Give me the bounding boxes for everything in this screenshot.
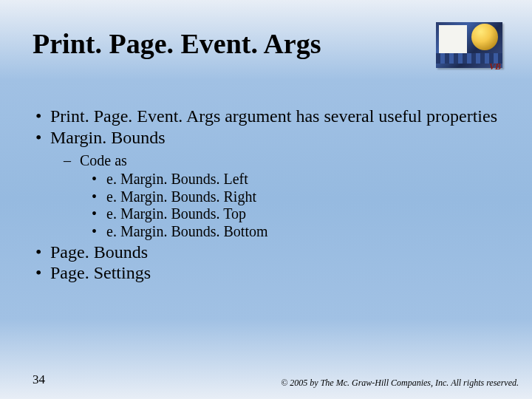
globe-icon bbox=[471, 24, 498, 50]
bullet-item: Page. Bounds bbox=[49, 242, 502, 262]
decorative-globe-art: VB bbox=[436, 22, 502, 68]
sub-sub-item: e. Margin. Bounds. Top bbox=[102, 205, 502, 223]
bullet-item: Margin. Bounds Code as e. Margin. Bounds… bbox=[49, 128, 502, 241]
sub-sub-item: e. Margin. Bounds. Left bbox=[102, 171, 502, 188]
bullet-item: Page. Settings bbox=[49, 263, 502, 283]
sub-sub-item: e. Margin. Bounds. Bottom bbox=[102, 223, 502, 241]
slide: Print. Page. Event. Args VB Print. Page.… bbox=[0, 0, 532, 399]
bullet-list-main: Print. Page. Event. Args argument has se… bbox=[33, 106, 502, 283]
bullet-item: Print. Page. Event. Args argument has se… bbox=[49, 106, 502, 126]
sub-item: Code as e. Margin. Bounds. Left e. Margi… bbox=[75, 152, 502, 241]
bullet-text: Margin. Bounds bbox=[50, 128, 166, 147]
sub-list: Code as e. Margin. Bounds. Left e. Margi… bbox=[50, 152, 502, 241]
page-number: 34 bbox=[33, 372, 45, 387]
vb-label: VB bbox=[489, 61, 501, 72]
sub-sub-list: e. Margin. Bounds. Left e. Margin. Bound… bbox=[80, 171, 502, 240]
sub-sub-item: e. Margin. Bounds. Right bbox=[102, 188, 502, 206]
title-row: Print. Page. Event. Args VB bbox=[33, 30, 502, 59]
copyright-text: © 2005 by The Mc. Graw-Hill Companies, I… bbox=[281, 378, 519, 389]
slide-title: Print. Page. Event. Args bbox=[33, 30, 502, 59]
sub-text: Code as bbox=[80, 152, 127, 168]
